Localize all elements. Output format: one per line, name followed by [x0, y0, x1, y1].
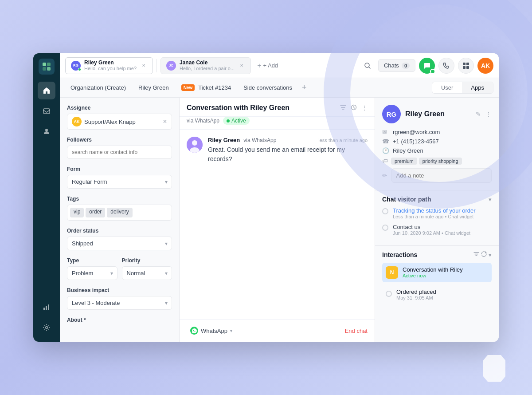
- priority-select-wrapper: Normal: [122, 266, 172, 280]
- message-header: Riley Green via WhatsApp less than a min…: [208, 137, 368, 143]
- chats-button[interactable]: Chats 0: [378, 59, 415, 72]
- note-input[interactable]: [391, 168, 492, 183]
- whatsapp-channel-btn[interactable]: WhatsApp ▾: [187, 324, 236, 337]
- center-panel: Conversation with Riley Green: [180, 98, 375, 342]
- tab-riley-green[interactable]: RG Riley Green Hello, can you help me? ✕: [65, 57, 153, 74]
- interaction-circle-1: [386, 291, 392, 297]
- visitor-path-chevron: ▾: [489, 196, 492, 203]
- interaction-order-placed[interactable]: Ordered placed May 31, 9:05 AM: [382, 285, 492, 304]
- tab-apps[interactable]: Apps: [462, 82, 493, 93]
- contact-avatar: RG: [382, 105, 401, 123]
- about-label: About *: [67, 317, 172, 323]
- followers-input[interactable]: [67, 146, 172, 159]
- clock-icon: 🕐: [382, 147, 389, 154]
- tab-janae-name: Janae Cole: [180, 59, 235, 66]
- whatsapp-label: WhatsApp: [201, 328, 227, 334]
- interaction-content-0: Conversation with Riley Active now: [403, 266, 488, 279]
- grid-icon-btn[interactable]: [458, 58, 474, 74]
- type-select-wrapper: Problem: [67, 266, 117, 280]
- svg-rect-1: [47, 63, 51, 66]
- edit-contact-icon[interactable]: ✎: [476, 111, 481, 118]
- interactions-chevron[interactable]: ▾: [489, 252, 492, 258]
- type-section: Type Problem: [67, 257, 117, 280]
- followers-section: Followers: [67, 137, 172, 159]
- message-item: Riley Green via WhatsApp less than a min…: [187, 137, 368, 164]
- interaction-content-1: Ordered placed May 31, 9:05 AM: [396, 288, 488, 300]
- tab-janae-close[interactable]: ✕: [238, 62, 245, 69]
- assignee-remove[interactable]: ✕: [163, 118, 167, 125]
- sidebar-item-contacts[interactable]: [38, 122, 55, 140]
- priority-section: Priority Normal: [122, 257, 172, 280]
- visitor-path-header[interactable]: Chat visitor path ▾: [382, 196, 492, 203]
- svg-rect-14: [466, 66, 469, 69]
- tab-janae-cole[interactable]: JC Janae Cole Hello, I ordered a pair o.…: [160, 57, 251, 74]
- tab-user[interactable]: User: [432, 82, 462, 93]
- nav-org[interactable]: Organization (Create): [65, 83, 131, 93]
- interactions-refresh-icon[interactable]: [481, 251, 487, 258]
- form-select[interactable]: Regular Form: [67, 175, 172, 189]
- phone-icon: ☎: [382, 138, 389, 145]
- tab-janae-subtitle: Hello, I ordered a pair o...: [180, 66, 235, 71]
- assignee-box[interactable]: AK Support/Alex Knapp ✕: [67, 114, 172, 130]
- sidebar-item-reports[interactable]: [38, 298, 55, 316]
- order-status-label: Order status: [67, 228, 172, 234]
- interactions-filter-icon[interactable]: [473, 251, 479, 258]
- search-icon-btn[interactable]: [360, 59, 375, 73]
- end-chat-button[interactable]: End chat: [345, 328, 368, 334]
- three-col: Assignee AK Support/Alex Knapp ✕ Followe…: [60, 98, 499, 342]
- svg-rect-0: [43, 63, 46, 66]
- svg-point-9: [46, 327, 48, 329]
- vp-meta-1: Jun 10, 2020 9:02 AM • Chat widget: [393, 230, 470, 236]
- note-icon: ✏: [382, 172, 389, 179]
- assignee-avatar: AK: [72, 117, 82, 126]
- tab-riley-close[interactable]: ✕: [140, 62, 147, 69]
- nav-add-btn[interactable]: +: [299, 83, 309, 92]
- svg-rect-11: [463, 63, 466, 65]
- tab-status-dot: [78, 68, 81, 71]
- filter-icon[interactable]: [340, 104, 346, 112]
- user-avatar-btn[interactable]: AK: [477, 58, 493, 74]
- interaction-conv-riley[interactable]: N Conversation with Riley Active now: [382, 263, 492, 282]
- ticket-badge: New: [181, 84, 195, 91]
- nav-side[interactable]: Side conversations: [238, 83, 297, 93]
- vp-circle-1: [382, 225, 388, 231]
- sidebar-item-settings[interactable]: [38, 319, 55, 336]
- tab-riley-subtitle: Hello, can you help me?: [84, 66, 137, 71]
- history-icon[interactable]: [351, 104, 357, 112]
- vp-text-1: Contact us: [393, 224, 470, 230]
- interaction-name-1: Ordered placed: [396, 288, 488, 295]
- topbar-actions: Chats 0: [360, 58, 493, 74]
- sidebar-item-inbox[interactable]: [38, 102, 55, 120]
- chat-input-bar: WhatsApp ▾ End chat: [180, 319, 375, 342]
- tags-area[interactable]: vip order delivery: [67, 205, 172, 221]
- vp-link-0[interactable]: Tracking the status of your order: [393, 207, 476, 214]
- form-section: Form Regular Form: [67, 166, 172, 189]
- contact-username-row: 🕐 Riley Green: [382, 147, 492, 154]
- interactions-header: Interactions: [382, 251, 492, 258]
- business-impact-select[interactable]: Level 3 - Moderate: [67, 296, 172, 310]
- conversation-title: Conversation with Riley Green: [187, 104, 340, 112]
- more-options-icon[interactable]: ⋮: [361, 104, 368, 111]
- type-select[interactable]: Problem: [67, 266, 117, 280]
- more-contact-icon[interactable]: ⋮: [485, 111, 492, 118]
- tag-order: order: [86, 208, 105, 217]
- nav-riley[interactable]: Riley Green: [133, 83, 174, 93]
- message-text: Great. Could you send me an email receip…: [208, 145, 368, 164]
- whatsapp-chevron: ▾: [230, 328, 232, 333]
- tab-add-button[interactable]: + + Add: [253, 59, 282, 72]
- priority-select[interactable]: Normal: [122, 266, 172, 280]
- phone-icon-btn[interactable]: [438, 58, 454, 74]
- tab-riley-name: Riley Green: [84, 59, 137, 66]
- email-icon: ✉: [382, 129, 389, 135]
- right-panel: RG Riley Green ✎ ⋮ ✉ rgreen@work.com ☎ +…: [375, 98, 499, 342]
- order-status-select[interactable]: Shipped: [67, 237, 172, 250]
- svg-rect-6: [43, 308, 45, 310]
- user-apps-tabs: User Apps: [432, 82, 493, 94]
- priority-label: Priority: [122, 257, 172, 264]
- chat-icon-btn[interactable]: [419, 58, 435, 74]
- sidebar-item-home[interactable]: [38, 82, 55, 99]
- nav-ticket[interactable]: New Ticket #1234: [176, 83, 237, 93]
- interaction-status-0: Active now: [403, 273, 488, 278]
- interactions-icons: ▾: [473, 251, 492, 258]
- business-impact-section: Business impact Level 3 - Moderate: [67, 287, 172, 310]
